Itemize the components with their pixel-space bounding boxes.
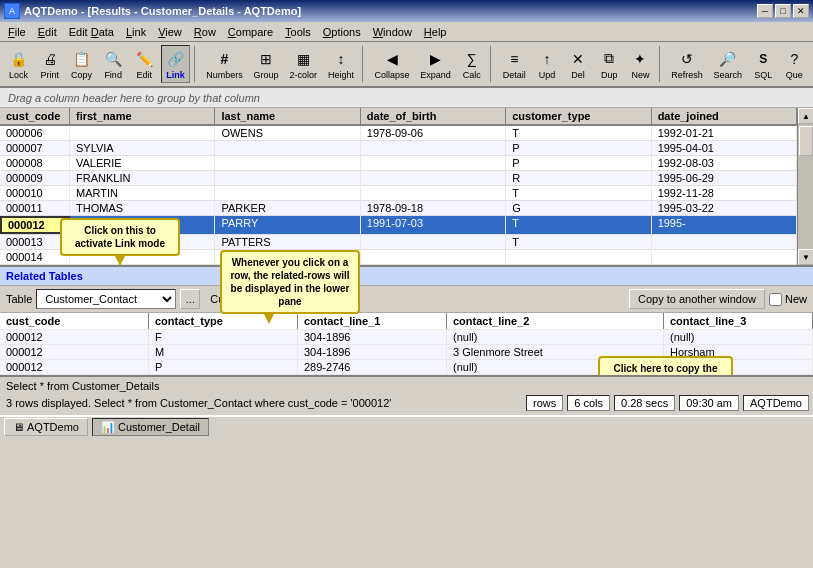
link-icon: 🔗: [166, 49, 186, 69]
scroll-up-button[interactable]: ▲: [798, 108, 813, 124]
group-button[interactable]: ⊞ Group: [249, 45, 283, 83]
new-checkbox[interactable]: [769, 293, 782, 306]
menu-help[interactable]: Help: [418, 24, 453, 40]
scroll-track[interactable]: [798, 124, 813, 249]
table-row[interactable]: 000007 SYLVIA P 1995-04-01: [0, 141, 797, 156]
table-selector[interactable]: Customer_Contact: [36, 289, 176, 309]
edit-icon: ✏️: [134, 49, 154, 69]
table-row[interactable]: 000014 PEART: [0, 250, 797, 265]
taskbar: 🖥 AQTDemo 📊 Customer_Detail: [0, 415, 813, 437]
menu-options[interactable]: Options: [317, 24, 367, 40]
find-button[interactable]: 🔍 Find: [99, 45, 128, 83]
menu-row[interactable]: Row: [188, 24, 222, 40]
table-description: Customer Contacts: [204, 293, 625, 305]
group-bar: Drag a column header here to group by th…: [0, 88, 813, 108]
rel-col-contact-line3[interactable]: contact_line_3: [664, 313, 813, 329]
refresh-icon: ↺: [677, 49, 697, 69]
menu-file[interactable]: File: [2, 24, 32, 40]
table-row[interactable]: 000010 MARTIN T 1992-11-28: [0, 186, 797, 201]
dup-icon: ⧉: [599, 49, 619, 69]
taskbar-aqtdemo-icon: 🖥: [13, 421, 24, 433]
rel-col-cust-code[interactable]: cust_code: [0, 313, 149, 329]
related-table-row[interactable]: 000012 M 304-1896 3 Glenmore Street Hors…: [0, 345, 813, 360]
numbers-button[interactable]: # Numbers: [202, 45, 247, 83]
taskbar-customer-detail[interactable]: 📊 Customer_Detail: [92, 418, 209, 436]
col-header-date-joined[interactable]: date_joined: [652, 108, 797, 124]
menu-edit-data[interactable]: Edit Data: [63, 24, 120, 40]
rel-col-contact-line2[interactable]: contact_line_2: [447, 313, 664, 329]
print-button[interactable]: 🖨 Print: [35, 45, 64, 83]
calc-button[interactable]: ∑ Calc: [457, 45, 486, 83]
del-button[interactable]: ✕ Del: [564, 45, 593, 83]
toolbar-separator-2: [362, 46, 366, 82]
table-row[interactable]: 000009 FRANKLIN R 1995-06-29: [0, 171, 797, 186]
minimize-button[interactable]: ─: [757, 4, 773, 18]
table-row-selected[interactable]: 000012 KENNETH PARRY 1991-07-03 T 1995-: [0, 216, 797, 235]
taskbar-aqtdemo[interactable]: 🖥 AQTDemo: [4, 418, 88, 436]
edit-button[interactable]: ✏️ Edit: [130, 45, 159, 83]
twocolor-button[interactable]: ▦ 2-color: [285, 45, 321, 83]
col-header-date-of-birth[interactable]: date_of_birth: [361, 108, 506, 124]
related-grid-header: cust_code contact_type contact_line_1 co…: [0, 313, 813, 330]
expand-button[interactable]: ▶ Expand: [416, 45, 455, 83]
toolbar: 🔒 Lock 🖨 Print 📋 Copy 🔍 Find ✏️ Edit 🔗 L…: [0, 42, 813, 88]
height-icon: ↕: [331, 49, 351, 69]
col-header-cust-code[interactable]: cust_code: [0, 108, 70, 124]
toolbar-separator-3: [490, 46, 494, 82]
related-data-grid: cust_code contact_type contact_line_1 co…: [0, 313, 813, 375]
table-browse-button[interactable]: …: [180, 289, 200, 309]
menu-compare[interactable]: Compare: [222, 24, 279, 40]
search-button[interactable]: 🔎 Search: [709, 45, 746, 83]
collapse-button[interactable]: ◀ Collapse: [370, 45, 414, 83]
new-checkbox-group: New: [769, 293, 807, 306]
rel-col-contact-line1[interactable]: contact_line_1: [298, 313, 447, 329]
link-button[interactable]: 🔗 Link: [161, 45, 190, 83]
detail-icon: ≡: [504, 49, 524, 69]
main-scrollbar[interactable]: ▲ ▼: [797, 108, 813, 265]
find-icon: 🔍: [103, 49, 123, 69]
menu-edit[interactable]: Edit: [32, 24, 63, 40]
copy-to-window-button[interactable]: Copy to another window: [629, 289, 765, 309]
table-row[interactable]: 000011 THOMAS PARKER 1978-09-18 G 1995-0…: [0, 201, 797, 216]
col-header-customer-type[interactable]: customer_type: [506, 108, 651, 124]
sql-button[interactable]: S SQL: [749, 45, 778, 83]
table-row[interactable]: 000006 OWENS 1978-09-06 T 1992-01-21: [0, 126, 797, 141]
related-table-row[interactable]: 000012 F 304-1896 (null) (null): [0, 330, 813, 345]
detail-button[interactable]: ≡ Detail: [498, 45, 530, 83]
related-table-row[interactable]: 000012 P 289-2746 (null) (null): [0, 360, 813, 375]
calc-icon: ∑: [462, 49, 482, 69]
que-button[interactable]: ? Que: [780, 45, 809, 83]
upd-icon: ↑: [537, 49, 557, 69]
del-icon: ✕: [568, 49, 588, 69]
group-icon: ⊞: [256, 49, 276, 69]
close-button[interactable]: ✕: [793, 4, 809, 18]
menu-view[interactable]: View: [152, 24, 188, 40]
maximize-button[interactable]: □: [775, 4, 791, 18]
cell-cust-type: T: [506, 126, 651, 140]
menu-link[interactable]: Link: [120, 24, 152, 40]
copy-button[interactable]: 📋 Copy: [66, 45, 96, 83]
col-header-first-name[interactable]: first_name: [70, 108, 215, 124]
scroll-thumb[interactable]: [799, 126, 813, 156]
grid-body: 000006 OWENS 1978-09-06 T 1992-01-21 000…: [0, 126, 797, 265]
new-button[interactable]: ✦ New: [626, 45, 655, 83]
menu-tools[interactable]: Tools: [279, 24, 317, 40]
dup-button[interactable]: ⧉ Dup: [595, 45, 624, 83]
print-icon: 🖨: [40, 49, 60, 69]
refresh-button[interactable]: ↺ Refresh: [667, 45, 707, 83]
rel-col-contact-type[interactable]: contact_type: [149, 313, 298, 329]
related-controls: Table Customer_Contact … Customer Contac…: [0, 286, 813, 313]
status-db: AQTDemo: [743, 395, 809, 411]
col-header-last-name[interactable]: last_name: [215, 108, 360, 124]
menu-window[interactable]: Window: [367, 24, 418, 40]
scroll-down-button[interactable]: ▼: [798, 249, 813, 265]
upd-button[interactable]: ↑ Upd: [532, 45, 561, 83]
table-row[interactable]: 000008 VALERIE P 1992-08-03: [0, 156, 797, 171]
status-line-1: Select * from Customer_Details: [4, 379, 809, 393]
search-icon: 🔎: [718, 49, 738, 69]
toolbar-separator-1: [194, 46, 198, 82]
height-button[interactable]: ↕ Height: [323, 45, 358, 83]
table-row[interactable]: 000013 PATTERS T: [0, 235, 797, 250]
lock-button[interactable]: 🔒 Lock: [4, 45, 33, 83]
main-data-grid: cust_code first_name last_name date_of_b…: [0, 108, 813, 265]
